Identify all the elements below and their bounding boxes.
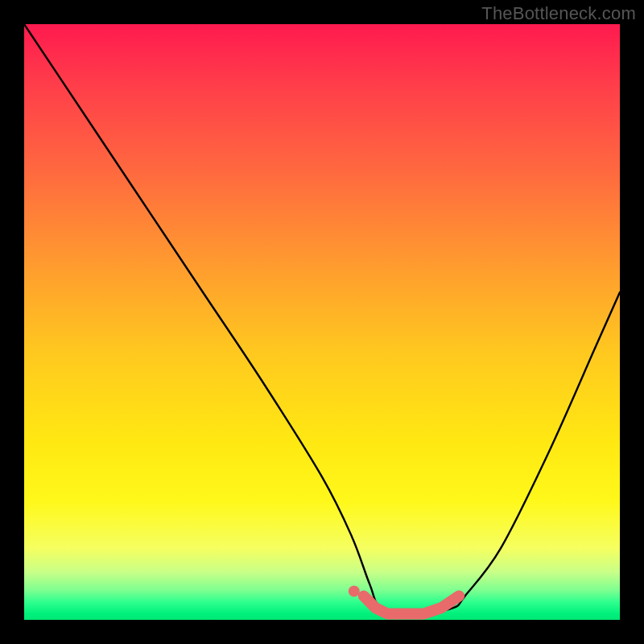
recommended-range-line [364,596,459,613]
chart-stage: TheBottleneck.com [0,0,644,644]
watermark-text: TheBottleneck.com [481,3,636,24]
recommended-range-markers [349,585,459,613]
curve-layer [24,24,620,620]
plot-area [24,24,620,620]
bottleneck-curve [24,24,620,614]
recommended-range-start-dot [349,585,360,597]
